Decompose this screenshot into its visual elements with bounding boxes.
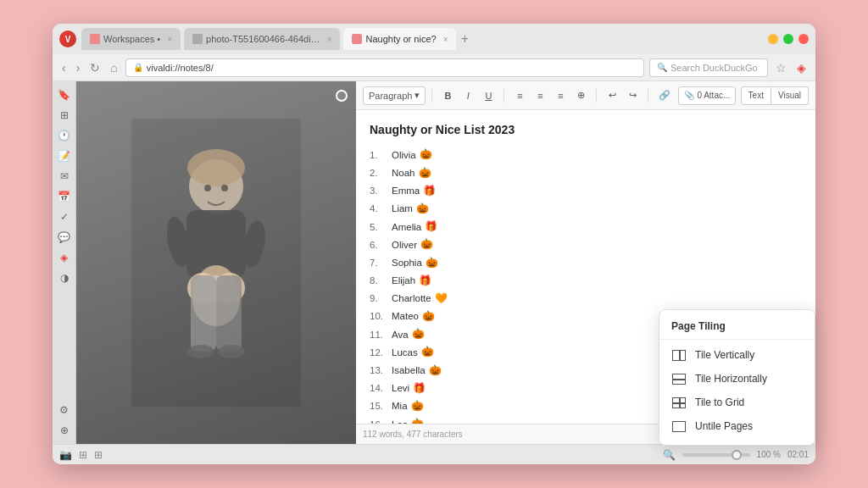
home-button[interactable]: ⌂ bbox=[108, 59, 120, 76]
italic-button[interactable]: I bbox=[459, 86, 477, 105]
popup-item-untile[interactable]: Untile Pages bbox=[659, 414, 815, 438]
toolbar-separator-3 bbox=[596, 89, 597, 103]
sidebar-icon-vivaldi[interactable]: ◈ bbox=[56, 249, 73, 266]
sidebar-icon-settings[interactable]: ⚙ bbox=[56, 402, 73, 419]
list-item-name: Charlotte bbox=[392, 291, 431, 306]
undo-button[interactable]: ↩ bbox=[603, 86, 621, 105]
align-right-button[interactable]: ≡ bbox=[551, 86, 570, 105]
svg-rect-13 bbox=[216, 275, 242, 352]
list-item-name: Levi bbox=[392, 380, 409, 396]
status-bar: 📷 ⊞ ⊞ 🔍 100 % 02:01 bbox=[53, 444, 815, 464]
svg-point-17 bbox=[221, 185, 228, 191]
list-item-name: Mia bbox=[392, 398, 408, 413]
search-icon: 🔍 bbox=[657, 63, 667, 72]
text-mode-button[interactable]: Text bbox=[741, 86, 771, 105]
list-item-name: Noah bbox=[392, 165, 415, 180]
photo-indicator bbox=[336, 90, 348, 102]
indent-button[interactable]: ⊕ bbox=[571, 86, 590, 105]
tab-close-notes[interactable]: × bbox=[443, 35, 448, 44]
tab-notes[interactable]: Naughty or nice? × bbox=[343, 28, 456, 50]
maximize-button[interactable] bbox=[783, 34, 793, 44]
refresh-button[interactable]: ↻ bbox=[87, 59, 103, 76]
url-field[interactable]: 🔒 vivaldi://notes/8/ bbox=[125, 58, 644, 77]
tab-favicon-workspaces bbox=[90, 34, 100, 44]
bold-button[interactable]: B bbox=[438, 86, 457, 105]
tab-label-photo: photo-T551600466-464di… bbox=[206, 34, 320, 44]
align-left-button[interactable]: ≡ bbox=[510, 86, 529, 105]
tile-horizontal-icon-shape bbox=[672, 374, 686, 385]
list-item-num: 16. bbox=[370, 417, 388, 424]
list-item-emoji: 🎃 bbox=[420, 236, 433, 252]
list-item-name: Amelia bbox=[392, 219, 421, 235]
sidebar-icon-history[interactable]: 🕐 bbox=[56, 127, 73, 144]
list-item: 8.Elijah🎁 bbox=[370, 272, 802, 290]
zoom-icon: 🔍 bbox=[663, 449, 676, 461]
popup-item-grid-label: Tile to Grid bbox=[695, 396, 744, 408]
notes-toolbar: Paragraph ▾ B I U ≡ ≡ ≡ ⊕ ↩ bbox=[356, 81, 815, 110]
svg-point-2 bbox=[187, 149, 245, 186]
list-item-name: Olivia bbox=[392, 147, 416, 163]
sidebar: 🔖 ⊞ 🕐 📝 ✉ 📅 ✓ 💬 ◈ ◑ ⚙ ⊕ bbox=[53, 81, 76, 444]
paragraph-dropdown[interactable]: Paragraph ▾ bbox=[363, 86, 426, 105]
list-item-emoji: 🎃 bbox=[420, 147, 432, 163]
zoom-slider[interactable] bbox=[682, 453, 750, 457]
list-item-num: 9. bbox=[370, 291, 388, 306]
list-item-num: 6. bbox=[370, 237, 388, 252]
tile-horizontal-icon bbox=[671, 373, 687, 385]
sidebar-icon-grid[interactable]: ⊞ bbox=[56, 107, 73, 124]
bookmark-button[interactable]: ☆ bbox=[773, 59, 789, 76]
new-tab-button[interactable]: + bbox=[459, 34, 470, 44]
list-item: 2.Noah🎃 bbox=[370, 164, 802, 182]
tab-close-photo[interactable]: × bbox=[327, 35, 332, 44]
visual-mode-button[interactable]: Visual bbox=[771, 86, 809, 105]
sidebar-icon-chat[interactable]: 💬 bbox=[56, 229, 73, 246]
tab-photo[interactable]: photo-T551600466-464di… × bbox=[184, 28, 340, 50]
underline-button[interactable]: U bbox=[479, 86, 498, 105]
list-item-emoji: 🎃 bbox=[422, 308, 435, 324]
list-item-emoji: 🎁 bbox=[419, 273, 431, 289]
popup-item-grid[interactable]: Tile to Grid bbox=[659, 391, 815, 414]
sidebar-icon-tasks[interactable]: ✓ bbox=[56, 208, 73, 225]
popup-item-vertical-label: Tile Vertically bbox=[695, 349, 754, 361]
status-icon-layout[interactable]: ⊞ bbox=[79, 449, 87, 461]
list-item-emoji: 🎁 bbox=[423, 183, 436, 199]
popup-item-vertical[interactable]: Tile Vertically bbox=[659, 343, 815, 367]
attach-button[interactable]: 📎 0 Attac... bbox=[678, 86, 736, 105]
vivaldi-icon[interactable]: ◈ bbox=[794, 59, 809, 76]
forward-button[interactable]: › bbox=[74, 59, 83, 76]
tile-grid-icon-shape bbox=[672, 397, 686, 408]
list-item: 1.Olivia🎃 bbox=[370, 146, 802, 164]
popup-item-horizontal[interactable]: Tile Horizontally bbox=[659, 367, 815, 391]
sidebar-icon-themes[interactable]: ◑ bbox=[56, 269, 73, 286]
list-item: 9.Charlotte🧡 bbox=[370, 290, 802, 308]
sidebar-icon-mail[interactable]: ✉ bbox=[56, 168, 73, 185]
sidebar-icon-notes[interactable]: 📝 bbox=[56, 147, 73, 164]
list-item-emoji: 🎃 bbox=[426, 255, 438, 271]
list-item-emoji: 🧡 bbox=[435, 291, 448, 307]
list-item: 6.Oliver🎃 bbox=[370, 236, 802, 253]
close-button[interactable] bbox=[798, 34, 809, 44]
status-icon-grid[interactable]: ⊞ bbox=[94, 449, 103, 461]
link-button[interactable]: 🔗 bbox=[654, 86, 675, 105]
tab-close-workspaces[interactable]: × bbox=[167, 35, 172, 44]
sidebar-icon-add[interactable]: ⊕ bbox=[56, 422, 73, 439]
tab-workspaces[interactable]: Workspaces • × bbox=[81, 28, 181, 50]
svg-point-14 bbox=[187, 345, 214, 358]
photo-panel-inner bbox=[76, 81, 356, 444]
untile-icon-shape bbox=[672, 421, 686, 432]
list-item-emoji: 🎁 bbox=[413, 380, 426, 396]
list-item-name: Sophia bbox=[392, 255, 422, 270]
redo-button[interactable]: ↪ bbox=[623, 86, 642, 105]
sidebar-icon-calendar[interactable]: 📅 bbox=[56, 188, 73, 205]
title-bar-controls bbox=[768, 34, 809, 44]
svg-point-16 bbox=[204, 185, 211, 191]
back-button[interactable]: ‹ bbox=[59, 59, 69, 76]
minimize-button[interactable] bbox=[768, 34, 778, 44]
align-center-button[interactable]: ≡ bbox=[531, 86, 549, 105]
status-icon-camera[interactable]: 📷 bbox=[59, 449, 72, 461]
tile-grid-icon bbox=[671, 396, 687, 408]
sidebar-icon-bookmark[interactable]: 🔖 bbox=[56, 86, 73, 103]
search-placeholder-text: Search DuckDuckGo bbox=[670, 63, 758, 73]
search-field[interactable]: 🔍 Search DuckDuckGo bbox=[649, 58, 768, 77]
list-item-name: Mateo bbox=[392, 308, 419, 324]
